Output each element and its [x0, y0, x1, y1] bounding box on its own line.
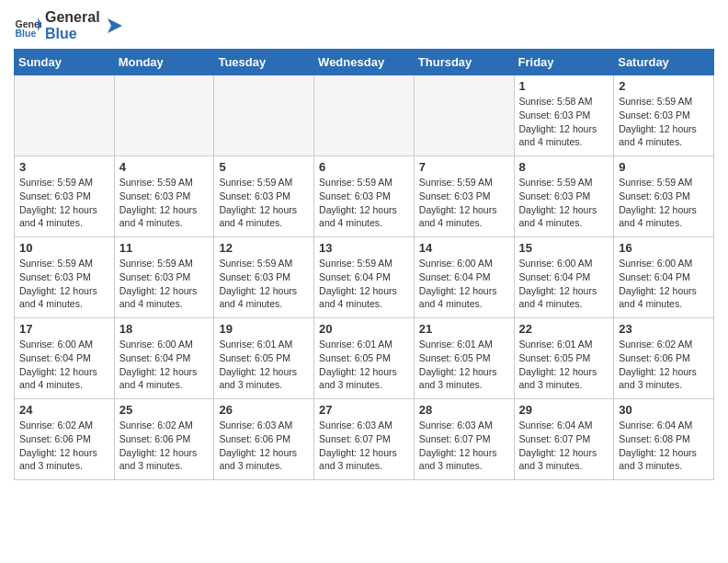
day-number: 8 [519, 160, 609, 174]
calendar-cell: 27Sunrise: 6:03 AM Sunset: 6:07 PM Dayli… [314, 399, 415, 480]
weekday-header-wednesday: Wednesday [314, 50, 415, 75]
day-number: 28 [419, 403, 509, 417]
day-number: 29 [519, 403, 609, 417]
calendar-week-row: 24Sunrise: 6:02 AM Sunset: 6:06 PM Dayli… [15, 399, 714, 480]
calendar-cell: 22Sunrise: 6:01 AM Sunset: 6:05 PM Dayli… [514, 318, 614, 399]
calendar-cell: 20Sunrise: 6:01 AM Sunset: 6:05 PM Dayli… [314, 318, 415, 399]
day-info: Sunrise: 6:01 AM Sunset: 6:05 PM Dayligh… [319, 338, 409, 392]
calendar-cell: 29Sunrise: 6:04 AM Sunset: 6:07 PM Dayli… [514, 399, 614, 480]
day-info: Sunrise: 6:00 AM Sunset: 6:04 PM Dayligh… [19, 338, 109, 392]
day-info: Sunrise: 6:03 AM Sunset: 6:06 PM Dayligh… [219, 419, 309, 473]
day-number: 6 [319, 160, 409, 174]
logo: General Blue General Blue [14, 9, 126, 41]
calendar-cell [214, 75, 314, 156]
day-number: 22 [519, 322, 609, 336]
weekday-header-row: SundayMondayTuesdayWednesdayThursdayFrid… [15, 50, 714, 75]
calendar-cell: 6Sunrise: 5:59 AM Sunset: 6:03 PM Daylig… [314, 156, 415, 237]
day-number: 21 [419, 322, 509, 336]
calendar-week-row: 17Sunrise: 6:00 AM Sunset: 6:04 PM Dayli… [15, 318, 714, 399]
weekday-header-monday: Monday [114, 50, 214, 75]
day-info: Sunrise: 5:59 AM Sunset: 6:03 PM Dayligh… [219, 176, 309, 230]
calendar-cell: 3Sunrise: 5:59 AM Sunset: 6:03 PM Daylig… [15, 156, 115, 237]
day-info: Sunrise: 5:59 AM Sunset: 6:03 PM Dayligh… [619, 176, 709, 230]
weekday-header-tuesday: Tuesday [214, 50, 314, 75]
calendar-week-row: 10Sunrise: 5:59 AM Sunset: 6:03 PM Dayli… [15, 237, 714, 318]
calendar-cell: 18Sunrise: 6:00 AM Sunset: 6:04 PM Dayli… [114, 318, 214, 399]
day-info: Sunrise: 6:02 AM Sunset: 6:06 PM Dayligh… [619, 338, 709, 392]
day-info: Sunrise: 5:59 AM Sunset: 6:03 PM Dayligh… [619, 95, 709, 149]
day-number: 3 [19, 160, 109, 174]
calendar-cell: 30Sunrise: 6:04 AM Sunset: 6:08 PM Dayli… [614, 399, 714, 480]
day-number: 12 [219, 241, 309, 255]
calendar-cell [15, 75, 115, 156]
calendar-cell: 25Sunrise: 6:02 AM Sunset: 6:06 PM Dayli… [114, 399, 214, 480]
logo-icon: General Blue [14, 12, 41, 40]
day-info: Sunrise: 6:04 AM Sunset: 6:08 PM Dayligh… [619, 419, 709, 473]
day-number: 30 [619, 403, 709, 417]
logo-arrow-icon [104, 15, 126, 37]
calendar-cell: 19Sunrise: 6:01 AM Sunset: 6:05 PM Dayli… [214, 318, 314, 399]
calendar-cell: 7Sunrise: 5:59 AM Sunset: 6:03 PM Daylig… [414, 156, 514, 237]
day-info: Sunrise: 5:59 AM Sunset: 6:03 PM Dayligh… [19, 176, 109, 230]
calendar-cell: 26Sunrise: 6:03 AM Sunset: 6:06 PM Dayli… [214, 399, 314, 480]
calendar-body: 1Sunrise: 5:58 AM Sunset: 6:03 PM Daylig… [15, 75, 714, 480]
calendar-cell: 5Sunrise: 5:59 AM Sunset: 6:03 PM Daylig… [214, 156, 314, 237]
day-info: Sunrise: 6:01 AM Sunset: 6:05 PM Dayligh… [219, 338, 309, 392]
svg-marker-3 [108, 18, 122, 33]
calendar-cell: 8Sunrise: 5:59 AM Sunset: 6:03 PM Daylig… [514, 156, 614, 237]
day-info: Sunrise: 5:59 AM Sunset: 6:03 PM Dayligh… [319, 176, 409, 230]
day-number: 25 [119, 403, 210, 417]
day-number: 7 [419, 160, 509, 174]
day-info: Sunrise: 5:59 AM Sunset: 6:04 PM Dayligh… [319, 257, 409, 311]
day-number: 20 [319, 322, 409, 336]
calendar-cell [314, 75, 415, 156]
calendar-cell: 15Sunrise: 6:00 AM Sunset: 6:04 PM Dayli… [514, 237, 614, 318]
day-number: 17 [19, 322, 109, 336]
calendar-cell: 23Sunrise: 6:02 AM Sunset: 6:06 PM Dayli… [614, 318, 714, 399]
day-info: Sunrise: 6:03 AM Sunset: 6:07 PM Dayligh… [419, 419, 509, 473]
calendar-cell: 13Sunrise: 5:59 AM Sunset: 6:04 PM Dayli… [314, 237, 415, 318]
calendar-cell: 12Sunrise: 5:59 AM Sunset: 6:03 PM Dayli… [214, 237, 314, 318]
calendar-cell: 11Sunrise: 5:59 AM Sunset: 6:03 PM Dayli… [114, 237, 214, 318]
calendar-header: SundayMondayTuesdayWednesdayThursdayFrid… [15, 50, 714, 75]
calendar-cell [114, 75, 214, 156]
calendar-table: SundayMondayTuesdayWednesdayThursdayFrid… [14, 49, 714, 480]
day-info: Sunrise: 5:59 AM Sunset: 6:03 PM Dayligh… [119, 176, 210, 230]
day-info: Sunrise: 5:59 AM Sunset: 6:03 PM Dayligh… [219, 257, 309, 311]
calendar-cell: 14Sunrise: 6:00 AM Sunset: 6:04 PM Dayli… [414, 237, 514, 318]
calendar-cell: 4Sunrise: 5:59 AM Sunset: 6:03 PM Daylig… [114, 156, 214, 237]
day-number: 2 [619, 79, 709, 93]
day-info: Sunrise: 6:00 AM Sunset: 6:04 PM Dayligh… [119, 338, 210, 392]
day-info: Sunrise: 6:00 AM Sunset: 6:04 PM Dayligh… [519, 257, 609, 311]
day-info: Sunrise: 6:04 AM Sunset: 6:07 PM Dayligh… [519, 419, 609, 473]
logo-general-text: General [45, 9, 100, 26]
day-info: Sunrise: 6:00 AM Sunset: 6:04 PM Dayligh… [419, 257, 509, 311]
calendar-week-row: 1Sunrise: 5:58 AM Sunset: 6:03 PM Daylig… [15, 75, 714, 156]
day-info: Sunrise: 5:59 AM Sunset: 6:03 PM Dayligh… [119, 257, 210, 311]
day-number: 10 [19, 241, 109, 255]
weekday-header-thursday: Thursday [414, 50, 514, 75]
day-number: 11 [119, 241, 210, 255]
calendar-cell [414, 75, 514, 156]
day-number: 4 [119, 160, 210, 174]
logo-blue-text: Blue [45, 26, 100, 42]
day-info: Sunrise: 5:59 AM Sunset: 6:03 PM Dayligh… [19, 257, 109, 311]
calendar-cell: 10Sunrise: 5:59 AM Sunset: 6:03 PM Dayli… [15, 237, 115, 318]
svg-text:Blue: Blue [16, 28, 37, 39]
day-info: Sunrise: 6:01 AM Sunset: 6:05 PM Dayligh… [519, 338, 609, 392]
day-info: Sunrise: 5:59 AM Sunset: 6:03 PM Dayligh… [519, 176, 609, 230]
calendar-cell: 16Sunrise: 6:00 AM Sunset: 6:04 PM Dayli… [614, 237, 714, 318]
day-number: 18 [119, 322, 210, 336]
day-info: Sunrise: 5:59 AM Sunset: 6:03 PM Dayligh… [419, 176, 509, 230]
day-number: 23 [619, 322, 709, 336]
day-info: Sunrise: 5:58 AM Sunset: 6:03 PM Dayligh… [519, 95, 609, 149]
day-number: 9 [619, 160, 709, 174]
calendar-week-row: 3Sunrise: 5:59 AM Sunset: 6:03 PM Daylig… [15, 156, 714, 237]
day-number: 27 [319, 403, 409, 417]
day-number: 5 [219, 160, 309, 174]
calendar-cell: 9Sunrise: 5:59 AM Sunset: 6:03 PM Daylig… [614, 156, 714, 237]
calendar-cell: 17Sunrise: 6:00 AM Sunset: 6:04 PM Dayli… [15, 318, 115, 399]
calendar-cell: 28Sunrise: 6:03 AM Sunset: 6:07 PM Dayli… [414, 399, 514, 480]
day-number: 1 [519, 79, 609, 93]
day-number: 15 [519, 241, 609, 255]
